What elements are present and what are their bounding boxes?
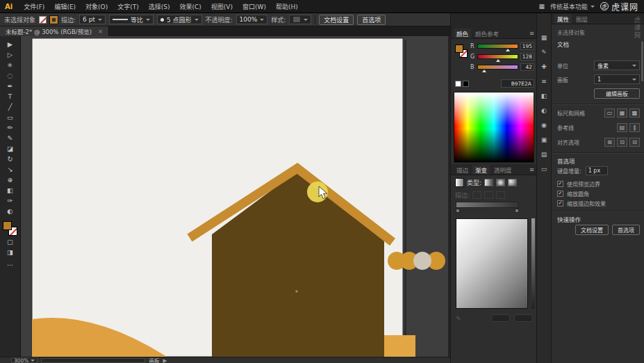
slider-handle[interactable]: [506, 49, 510, 51]
document-tab[interactable]: 未标题-2* @ 300% (RGB/预览) ×: [0, 26, 109, 36]
white-swatch[interactable]: [455, 81, 461, 87]
green-slider[interactable]: [477, 54, 518, 59]
show-guides-icon[interactable]: ▤: [617, 123, 627, 132]
menu-window[interactable]: 窗口(W): [238, 2, 271, 11]
panel-menu-icon[interactable]: ≡: [529, 30, 534, 37]
artboard-dropdown[interactable]: 1: [594, 74, 640, 84]
tab-color-guide[interactable]: 颜色参考: [472, 29, 502, 38]
slider-handle[interactable]: [496, 59, 500, 62]
quick-document-setup-button[interactable]: 文档设置: [575, 225, 609, 235]
tool-magic-wand[interactable]: ✳: [2, 60, 19, 70]
green-value[interactable]: 128: [520, 53, 534, 60]
tool-pen[interactable]: ✒: [2, 81, 19, 91]
transparency-grid-icon[interactable]: ▩: [629, 108, 640, 118]
artboard-navigation[interactable]: [41, 358, 145, 363]
next-artboard-icon[interactable]: ▶: [163, 357, 167, 363]
panel-icon-appearance[interactable]: ◉: [539, 120, 550, 129]
menu-view[interactable]: 视图(V): [206, 2, 238, 11]
tab-gradient[interactable]: 渐变: [472, 165, 490, 175]
snap-pixel-icon[interactable]: ⊡: [617, 138, 627, 147]
hex-value-field[interactable]: B97E2A: [501, 79, 534, 88]
launcher-icon[interactable]: ▦: [538, 3, 545, 10]
tab-properties[interactable]: 属性: [554, 14, 572, 24]
fill-proxy-swatch[interactable]: [455, 45, 463, 53]
ruler-icon[interactable]: ▭: [604, 108, 615, 118]
tool-rotate[interactable]: ↻: [2, 154, 19, 164]
blue-slider[interactable]: [477, 65, 518, 70]
draw-mode-normal-icon[interactable]: ▢: [2, 236, 19, 247]
tool-selection[interactable]: ▶: [2, 39, 19, 49]
blue-value[interactable]: 42: [520, 63, 534, 71]
slider-handle[interactable]: [482, 70, 486, 72]
menu-file[interactable]: 文件(F): [19, 2, 49, 11]
panel-icon-stroke[interactable]: ≡: [539, 76, 550, 86]
checkbox-scale-corners[interactable]: ✓ 缩放圆角: [557, 190, 640, 197]
radial-gradient-icon[interactable]: [496, 179, 505, 186]
freeform-gradient-icon[interactable]: [508, 179, 517, 186]
color-spectrum[interactable]: [454, 92, 534, 163]
menu-type[interactable]: 文字(T): [113, 2, 144, 11]
tool-eyedropper[interactable]: ✑: [2, 195, 19, 206]
snap-point-icon[interactable]: ⊟: [629, 138, 640, 147]
scrollbar-thumb[interactable]: [641, 41, 643, 81]
workspace-switcher[interactable]: 传统基本功能: [550, 2, 595, 11]
panel-icon-symbols[interactable]: ✚: [539, 62, 550, 71]
menu-help[interactable]: 帮助(H): [271, 2, 303, 11]
unit-dropdown[interactable]: 像素: [594, 60, 640, 70]
draw-mode-behind-icon[interactable]: ◨: [2, 247, 19, 257]
panel-icon-transparency[interactable]: ◐: [539, 106, 550, 115]
panel-icon-gradient[interactable]: ◧: [539, 91, 550, 100]
panel-icon-graphic-styles[interactable]: ▣: [539, 135, 550, 144]
menu-edit[interactable]: 编辑(E): [49, 2, 81, 11]
document-setup-button[interactable]: 文档设置: [319, 15, 354, 25]
tab-layers[interactable]: 图层: [573, 14, 591, 24]
gradient-swatch[interactable]: [455, 178, 464, 187]
tool-line-segment[interactable]: ╱: [2, 102, 19, 112]
tool-eraser[interactable]: ◪: [2, 143, 19, 154]
checkbox-preview-bounds[interactable]: ✓ 使用预览边界: [557, 180, 640, 188]
checkbox-icon[interactable]: ✓: [557, 200, 563, 207]
tool-blend[interactable]: ◐: [2, 206, 19, 216]
panel-menu-icon[interactable]: ≡: [529, 166, 534, 173]
brush-dropdown[interactable]: 5 点圆形: [157, 15, 202, 24]
more-tools-icon[interactable]: ⋯: [7, 261, 13, 268]
menu-object[interactable]: 对象(O): [81, 2, 113, 11]
panel-icon-layers[interactable]: ▤: [539, 150, 550, 159]
fill-stroke-indicator[interactable]: [3, 221, 18, 236]
gradient-stop-right[interactable]: [515, 209, 519, 213]
gradient-stop-left[interactable]: [456, 209, 460, 213]
lock-guides-icon[interactable]: ∥: [629, 123, 640, 132]
panel-icon-artboards[interactable]: ▭: [539, 164, 550, 173]
menu-effect[interactable]: 效果(C): [174, 2, 206, 11]
tool-pencil[interactable]: ✎: [2, 133, 19, 143]
black-swatch[interactable]: [463, 81, 469, 87]
opacity-dropdown[interactable]: 100%: [236, 15, 268, 24]
zoom-dropdown[interactable]: 300%: [11, 357, 38, 363]
checkbox-icon[interactable]: ✓: [557, 191, 563, 197]
red-slider[interactable]: [477, 44, 518, 49]
fill-color-swatch[interactable]: [3, 221, 12, 230]
close-icon[interactable]: ×: [98, 28, 103, 35]
panel-icon-swatches[interactable]: ▦: [539, 33, 550, 42]
canvas[interactable]: [21, 36, 448, 357]
stroke-swatch[interactable]: [50, 16, 58, 24]
snap-grid-icon[interactable]: ⊞: [604, 138, 615, 147]
gradient-ramp[interactable]: [456, 202, 519, 208]
tool-gradient[interactable]: ◧: [2, 185, 19, 195]
checkbox-icon[interactable]: ✓: [557, 181, 563, 187]
gradient-side-slider[interactable]: [531, 218, 535, 309]
width-profile-dropdown[interactable]: 等比: [109, 15, 154, 24]
tab-color[interactable]: 颜色: [454, 29, 471, 38]
circle-tan[interactable]: [413, 252, 431, 270]
style-dropdown[interactable]: [289, 15, 311, 24]
edit-artboards-button[interactable]: 编辑画板: [594, 88, 640, 99]
grid-icon[interactable]: ▦: [617, 108, 627, 118]
tool-scale[interactable]: ↘: [2, 164, 19, 175]
red-value[interactable]: 195: [520, 42, 534, 50]
tool-type[interactable]: T: [2, 91, 19, 102]
keyboard-increment-field[interactable]: 1 px: [586, 166, 608, 175]
gradient-preview[interactable]: [456, 218, 528, 309]
stroke-width-dropdown[interactable]: 6 pt: [79, 15, 106, 24]
checkbox-scale-strokes[interactable]: ✓ 缩放描边和效果: [557, 200, 640, 207]
tool-shape-builder[interactable]: ⊕: [2, 175, 19, 185]
